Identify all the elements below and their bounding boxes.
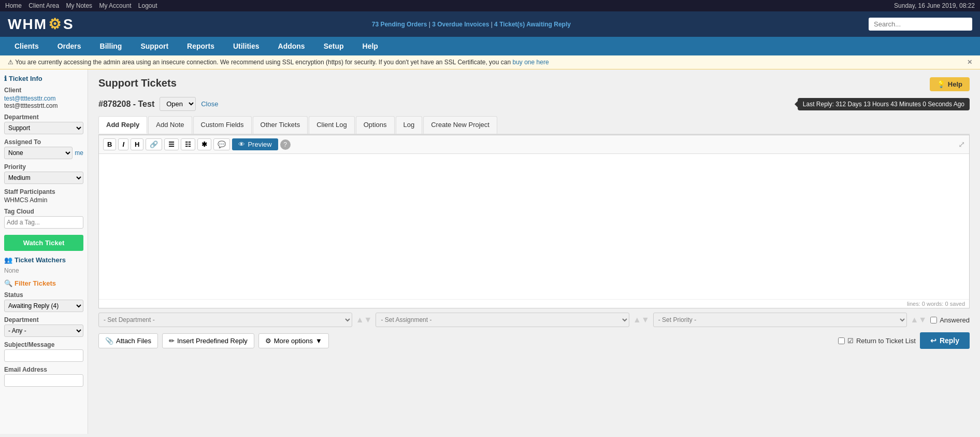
gear-icon: ⚙: [265, 337, 271, 345]
overdue-invoices-count: 3: [432, 21, 436, 28]
warning-close-icon[interactable]: ✕: [967, 59, 972, 66]
heading-button[interactable]: H: [131, 138, 143, 150]
tab-custom-fields[interactable]: Custom Fields: [193, 116, 252, 134]
email-label: Email Address: [4, 366, 83, 373]
nav-my-account[interactable]: My Account: [99, 2, 131, 9]
tab-add-note[interactable]: Add Note: [148, 116, 192, 134]
tab-other-tickets[interactable]: Other Tickets: [253, 116, 308, 134]
tab-client-log[interactable]: Client Log: [309, 116, 355, 134]
tab-add-reply[interactable]: Add Reply: [98, 116, 147, 134]
awaiting-reply-label: Ticket(s) Awaiting Reply: [499, 21, 571, 28]
italic-button[interactable]: I: [118, 138, 128, 150]
unordered-list-button[interactable]: ☰: [164, 138, 179, 150]
set-department-select[interactable]: - Set Department -: [98, 313, 352, 327]
nav-utilities[interactable]: Utilities: [224, 37, 269, 55]
editor-toolbar: B I H 🔗 ☰ ☷ ✱ 💬 👁 Preview ? ⤢: [99, 135, 969, 154]
nav-billing[interactable]: Billing: [91, 37, 132, 55]
return-to-ticket-list-label: ☑ Return to Ticket List: [838, 337, 916, 345]
filter-dept-select[interactable]: - Any -: [4, 325, 83, 337]
return-checkbox[interactable]: [838, 337, 845, 344]
set-priority-select[interactable]: - Set Priority -: [653, 313, 907, 327]
filter-status-select[interactable]: Awaiting Reply (4): [4, 300, 83, 312]
page-layout: ℹ Ticket Info Client test@ttttessttr.com…: [0, 69, 980, 434]
reply-icon: ↩: [930, 336, 936, 345]
tab-create-new-project[interactable]: Create New Project: [423, 116, 497, 134]
paperclip-icon: 📎: [105, 337, 113, 345]
arrow-icon-3: ▲▼: [909, 315, 929, 325]
nav-my-notes[interactable]: My Notes: [66, 2, 92, 9]
tab-options[interactable]: Options: [356, 116, 395, 134]
watchers-icon: 👥: [4, 256, 12, 264]
nav-client-area[interactable]: Client Area: [28, 2, 59, 9]
nav-help[interactable]: Help: [353, 37, 387, 55]
client-email1[interactable]: test@ttttessttr.com: [4, 95, 56, 102]
nav-reports[interactable]: Reports: [178, 37, 224, 55]
top-navigation: Home Client Area My Notes My Account Log…: [0, 0, 980, 11]
overdue-invoices-label: Overdue Invoices: [437, 21, 489, 28]
action-bar: 📎 Attach Files ✏ Insert Predefined Reply…: [98, 332, 970, 349]
insert-predefined-button[interactable]: ✏ Insert Predefined Reply: [162, 333, 254, 348]
link-button[interactable]: 🔗: [146, 138, 162, 150]
nav-setup[interactable]: Setup: [314, 37, 353, 55]
top-nav-links: Home Client Area My Notes My Account Log…: [5, 2, 163, 9]
ordered-list-button[interactable]: ☷: [181, 138, 195, 150]
bottom-controls: - Set Department - ▲▼ - Set Assignment -…: [98, 313, 970, 327]
assigned-to-label: Assigned To: [4, 138, 83, 146]
staff-participants-label: Staff Participants: [4, 188, 83, 195]
quote-button[interactable]: 💬: [213, 138, 230, 150]
search-input[interactable]: [869, 18, 972, 31]
department-select[interactable]: Support: [4, 122, 83, 134]
assigned-select[interactable]: None: [4, 147, 73, 159]
header: WHM⚙S 73 Pending Orders | 3 Overdue Invo…: [0, 11, 980, 37]
filter-status-label: Status: [4, 291, 83, 299]
help-button[interactable]: 💡 Help: [930, 77, 970, 91]
datetime: Sunday, 16 June 2019, 08:22: [894, 2, 975, 9]
filter-icon: 🔍: [4, 279, 12, 287]
close-ticket-link[interactable]: Close: [201, 100, 218, 108]
nav-clients[interactable]: Clients: [5, 37, 48, 55]
tab-log[interactable]: Log: [396, 116, 423, 134]
nav-support[interactable]: Support: [131, 37, 178, 55]
set-assignment-select[interactable]: - Set Assignment -: [376, 313, 629, 327]
assigned-me-link[interactable]: me: [75, 149, 83, 157]
bold-button[interactable]: B: [103, 138, 116, 150]
eye-icon: 👁: [238, 140, 245, 148]
client-label: Client: [4, 87, 83, 94]
editor-body[interactable]: [99, 154, 969, 299]
ticket-status-select[interactable]: Open: [160, 97, 196, 111]
expand-icon[interactable]: ⤢: [958, 139, 965, 149]
staff-name: WHMCS Admin: [4, 196, 83, 204]
editor-help-button[interactable]: ?: [280, 139, 291, 150]
attach-files-button[interactable]: 📎 Attach Files: [98, 333, 158, 348]
ticket-info-title: ℹ Ticket Info: [4, 75, 83, 82]
filter-tickets-title: 🔍 Filter Tickets: [4, 279, 83, 287]
tag-cloud-label: Tag Cloud: [4, 208, 83, 215]
answered-checkbox[interactable]: [930, 317, 937, 323]
tag-input[interactable]: [4, 216, 83, 229]
pencil-icon: ✏: [169, 337, 175, 345]
nav-home[interactable]: Home: [5, 2, 22, 9]
nav-addons[interactable]: Addons: [269, 37, 314, 55]
more-options-button[interactable]: ⚙ More options ▼: [258, 333, 329, 348]
watch-ticket-button[interactable]: Watch Ticket: [4, 235, 83, 251]
ssl-link[interactable]: buy one here: [513, 59, 549, 66]
main-content: 💡 Help Support Tickets #878208 - Test Op…: [88, 69, 980, 434]
filter-dept-label: Department: [4, 316, 83, 323]
editor-stats: lines: 0 words: 0 saved: [99, 299, 969, 308]
nav-orders[interactable]: Orders: [48, 37, 91, 55]
priority-label: Priority: [4, 163, 83, 171]
tabs: Add Reply Add Note Custom Fields Other T…: [98, 116, 970, 135]
logo-gear-icon: ⚙: [48, 16, 62, 32]
awaiting-reply-count: 4: [494, 21, 498, 28]
nav-logout[interactable]: Logout: [138, 2, 157, 9]
logo-text: WHM⚙S: [8, 16, 74, 33]
reply-button[interactable]: ↩ Reply: [920, 332, 970, 349]
subject-msg-label: Subject/Message: [4, 341, 83, 348]
asterisk-button[interactable]: ✱: [197, 138, 211, 150]
email-input[interactable]: [4, 374, 83, 387]
subject-input[interactable]: [4, 349, 83, 362]
page-title: Support Tickets: [98, 77, 970, 89]
sidebar: ℹ Ticket Info Client test@ttttessttr.com…: [0, 69, 88, 434]
priority-select[interactable]: Medium: [4, 172, 83, 184]
preview-button[interactable]: 👁 Preview: [232, 138, 278, 150]
